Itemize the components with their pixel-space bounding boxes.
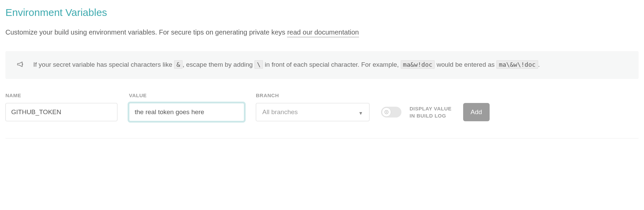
section-subtitle: Customize your build using environment v…	[5, 28, 639, 36]
display-value-toggle[interactable]	[381, 107, 401, 118]
notice-code-backslash: \	[254, 60, 263, 69]
chevron-down-icon: ▼	[358, 110, 363, 116]
value-field-group: VALUE	[129, 92, 244, 121]
display-value-toggle-group: DISPLAY VALUE IN BUILD LOG	[381, 103, 452, 121]
branch-field-group: BRANCH All branches ▼	[256, 92, 370, 121]
name-field-group: NAME	[5, 92, 117, 121]
toggle-label-line-1: DISPLAY VALUE	[410, 106, 452, 111]
notice-part-3: in front of each special character. For …	[263, 61, 401, 68]
megaphone-icon	[16, 60, 26, 71]
name-label: NAME	[5, 92, 117, 98]
env-var-form-row: NAME VALUE BRANCH All branches ▼ DISPLAY…	[5, 92, 639, 121]
notice-part-2: , escape them by adding	[183, 61, 254, 68]
notice-part-4: would be entered as	[435, 61, 496, 68]
documentation-link[interactable]: read our documentation	[287, 28, 359, 37]
divider	[5, 138, 639, 139]
notice-text: If your secret variable has special char…	[33, 59, 540, 70]
branch-select[interactable]: All branches ▼	[256, 103, 370, 121]
branch-label: BRANCH	[256, 92, 370, 98]
toggle-knob	[382, 107, 391, 117]
display-value-toggle-label: DISPLAY VALUE IN BUILD LOG	[410, 105, 452, 119]
add-button[interactable]: Add	[463, 103, 490, 121]
branch-selected-value: All branches	[262, 108, 298, 116]
notice-part-1: If your secret variable has special char…	[33, 61, 174, 68]
close-icon	[384, 110, 389, 114]
notice-part-5: .	[538, 61, 540, 68]
name-input[interactable]	[5, 103, 117, 121]
subtitle-text: Customize your build using environment v…	[5, 28, 287, 36]
value-input[interactable]	[129, 103, 244, 121]
notice-code-amp: &	[174, 60, 183, 69]
section-title: Environment Variables	[5, 7, 639, 18]
toggle-label-line-2: IN BUILD LOG	[410, 113, 446, 119]
escape-notice: If your secret variable has special char…	[5, 51, 639, 79]
notice-code-example-raw: ma&w!doc	[401, 60, 435, 69]
notice-code-example-escaped: ma\&w\!doc	[496, 60, 538, 69]
value-label: VALUE	[129, 92, 244, 98]
